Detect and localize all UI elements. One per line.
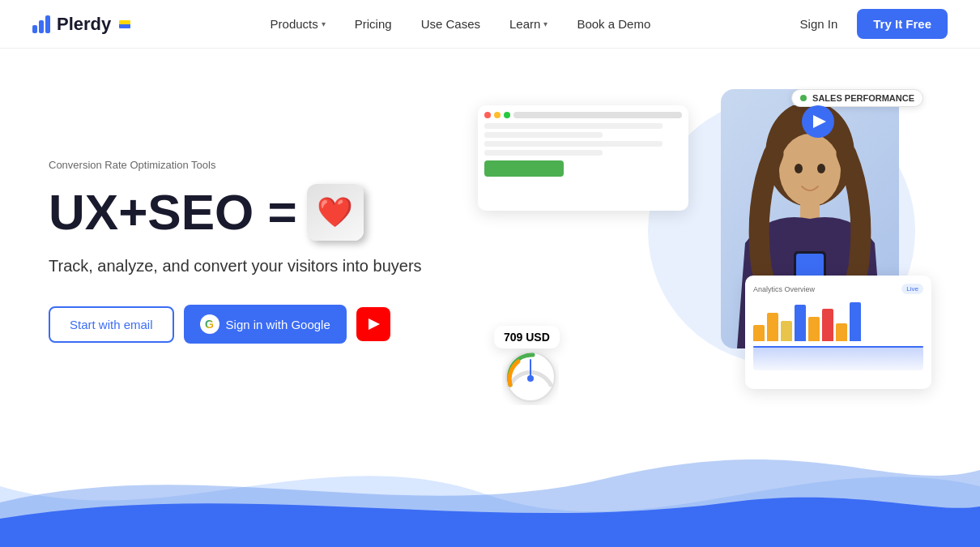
nav-item-products[interactable]: Products ▾ [259,11,337,37]
sales-dot-icon [800,95,807,101]
ukraine-flag-icon [119,20,130,28]
ds-dot-green [504,112,510,118]
chevron-down-icon: ▾ [543,19,548,28]
heart-emoji: ❤️ [317,198,353,227]
play-triangle-icon [813,115,826,128]
hero-right-visual: SALES PERFORMANCE [478,81,931,421]
analytics-card-header: Analytics Overview Live [753,284,923,294]
svg-point-5 [795,164,803,173]
header-actions: Sign In Try It Free [790,9,948,39]
ds-dots [484,112,682,118]
chevron-down-icon: ▾ [322,19,326,28]
bar-1 [753,325,765,341]
youtube-button[interactable] [356,307,390,341]
headline-text: UX+SEO = [49,187,297,237]
bar-5 [808,317,820,341]
video-play-button[interactable] [802,105,834,138]
sign-in-link[interactable]: Sign In [790,11,848,37]
google-signin-button[interactable]: G Sign in with Google [184,305,347,344]
nav-item-demo[interactable]: Book a Demo [565,11,662,37]
main-nav: Products ▾ Pricing Use Cases Learn ▾ Boo… [259,11,663,37]
start-email-button[interactable]: Start with email [49,306,174,343]
wave-divider [0,421,980,547]
logo-bar-2 [39,20,44,33]
price-tag: 709 USD [494,326,560,348]
hero-subtitle: Conversion Rate Optimization Tools [49,159,422,171]
ds-dot-red [484,112,491,118]
gauge-widget [502,348,559,405]
nav-item-learn[interactable]: Learn ▾ [498,11,559,37]
logo[interactable]: Plerdy [32,14,130,35]
analytics-line-chart [753,346,923,370]
dashboard-screenshot [478,105,688,211]
try-free-button[interactable]: Try It Free [857,9,948,39]
ds-row-3 [484,141,663,147]
logo-icon [32,15,50,33]
wave-svg [0,421,980,547]
header: Plerdy Products ▾ Pricing Use Cases Lear… [0,0,980,49]
hero-headline: UX+SEO = ❤️ [49,184,422,241]
analytics-card: Analytics Overview Live [745,276,931,389]
nav-item-usecases[interactable]: Use Cases [410,11,492,37]
ds-row-4 [484,150,603,156]
play-icon [369,318,380,330]
hero-cta-buttons: Start with email G Sign in with Google [49,305,422,344]
svg-point-6 [817,164,825,173]
svg-point-1 [779,134,841,207]
ds-row-1 [484,123,663,129]
google-icon: G [200,314,219,334]
sales-performance-badge: SALES PERFORMANCE [791,89,923,107]
ds-title-bar [513,112,682,118]
hero-section: Conversion Rate Optimization Tools UX+SE… [0,49,980,421]
nav-item-pricing[interactable]: Pricing [343,11,403,37]
ds-green-bar [484,160,564,177]
bar-3 [781,321,792,341]
bar-6 [822,309,833,341]
bar-2 [767,313,778,341]
logo-bar-1 [32,25,37,33]
logo-text: Plerdy [57,14,111,35]
bar-4 [795,305,806,341]
ds-dot-yellow [494,112,501,118]
bar-8 [850,302,861,341]
hero-tagline: Track, analyze, and convert your visitor… [49,257,422,276]
svg-rect-2 [800,199,820,219]
logo-bar-3 [45,15,50,33]
ds-row-2 [484,132,603,138]
analytics-bars [753,301,923,341]
gauge-svg [502,348,559,405]
bar-7 [836,323,847,341]
heart-box: ❤️ [307,184,364,241]
hero-left-content: Conversion Rate Optimization Tools UX+SE… [49,159,422,344]
